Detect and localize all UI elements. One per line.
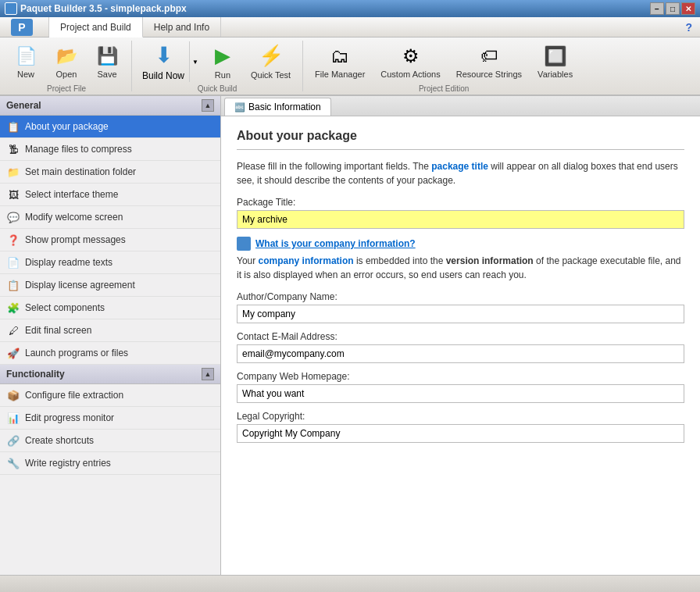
toolbar-btn-file-manager[interactable]: 🗂 File Manager [308,41,372,83]
content-tab-basic-info[interactable]: 🔤 Basic Information [224,98,331,116]
package-title-input[interactable] [237,210,684,229]
sidebar-item-select-theme[interactable]: 🖼 Select interface theme [0,184,220,206]
sidebar-item-about-package-label: About your package [25,121,109,132]
sidebar-item-edit-progress[interactable]: 📊 Edit progress monitor [0,407,220,430]
sidebar-section-general-label: General [6,100,41,111]
menu-tab-project-build-label: Project and Build [60,22,131,33]
toolbar-btn-new[interactable]: 📄 New [6,41,45,83]
about-description: Please fill in the following important f… [237,159,684,187]
sidebar-section-general-collapse[interactable]: ▲ [202,99,214,112]
window-controls: − □ ✕ [650,2,695,15]
maximize-button[interactable]: □ [666,2,680,15]
sidebar-item-create-shortcuts[interactable]: 🔗 Create shortcuts [0,430,220,452]
company-desc-part1: Your [237,255,259,266]
sidebar: General ▲ 📋 About your package 🗜 Manage … [0,96,221,575]
toolbar-group-project-edition: 🗂 File Manager ⚙ Custom Actions 🏷 Resour… [303,41,584,91]
run-icon: ▶ [210,44,235,68]
content-tab-bar: 🔤 Basic Information [221,96,700,116]
variables-icon: 🔲 [543,45,568,67]
toolbar-btn-run[interactable]: ▶ Run [203,41,242,83]
author-label: Author/Company Name: [237,291,684,302]
sidebar-item-manage-files[interactable]: 🗜 Manage files to compress [0,138,220,161]
sidebar-section-general: General ▲ [0,96,220,116]
menu-tab-project-build[interactable]: Project and Build [49,17,143,37]
company-desc-part2: is embedded into the [354,255,446,266]
sidebar-item-configure-extraction[interactable]: 📦 Configure file extraction [0,384,220,407]
toolbar-btn-build-now-split[interactable]: ⬇ Build Now ▼ [137,41,202,83]
file-manager-icon: 🗂 [327,45,352,67]
sidebar-section-functionality-collapse[interactable]: ▲ [202,368,214,380]
manage-files-icon: 🗜 [6,142,20,156]
close-button[interactable]: ✕ [681,2,695,15]
select-theme-icon: 🖼 [6,187,20,201]
toolbar: 📄 New 📂 Open 💾 Save Project File ⬇ Build… [0,37,700,96]
toolbar-group-quick-build-buttons: ⬇ Build Now ▼ ▶ Run ⚡ Quick Test [137,41,298,83]
app-logo: P [11,19,33,36]
menu-tab-help-info[interactable]: Help and Info [143,17,221,37]
toolbar-btn-new-label: New [17,70,34,79]
company-section-title: What is your company information? [255,238,416,249]
sidebar-item-show-prompt[interactable]: ❓ Show prompt messages [0,229,220,251]
toolbar-group-project-edition-label: Project Edition [308,83,580,95]
help-button[interactable]: ? [677,17,700,37]
sidebar-item-set-destination-label: Set main destination folder [25,166,136,177]
toolbar-group-project-file: 📄 New 📂 Open 💾 Save Project File [2,41,132,91]
sidebar-item-launch-programs-label: Launch programs or files [25,348,128,358]
sidebar-item-launch-programs[interactable]: 🚀 Launch programs or files [0,342,220,365]
sidebar-item-select-components-label: Select components [25,302,105,313]
sidebar-item-about-package[interactable]: 📋 About your package [0,116,220,138]
toolbar-btn-run-label: Run [215,70,230,80]
about-desc-part1: Please fill in the following important f… [237,161,431,172]
sidebar-item-display-readme[interactable]: 📄 Display readme texts [0,251,220,274]
toolbar-group-quick-build-label: Quick Build [137,83,298,95]
edit-final-icon: 🖊 [6,323,20,337]
toolbar-btn-resource-strings-label: Resource Strings [456,70,522,79]
toolbar-btn-save[interactable]: 💾 Save [88,41,127,83]
homepage-input[interactable] [237,384,684,403]
toolbar-btn-quick-test-label: Quick Test [251,70,291,80]
company-description: Your company information is embedded int… [237,254,684,282]
sidebar-item-edit-final[interactable]: 🖊 Edit final screen [0,319,220,342]
toolbar-group-project-file-buttons: 📄 New 📂 Open 💾 Save [6,41,127,83]
quick-test-icon: ⚡ [259,44,284,68]
toolbar-btn-quick-test[interactable]: ⚡ Quick Test [244,41,298,83]
menu-bar: P Project and Build Help and Info ? [0,17,700,37]
sidebar-section-functionality-label: Functionality [6,369,65,380]
sidebar-item-display-license-label: Display license agreement [25,280,135,291]
toolbar-btn-resource-strings[interactable]: 🏷 Resource Strings [449,41,529,83]
main-area: General ▲ 📋 About your package 🗜 Manage … [0,96,700,575]
sidebar-item-select-components[interactable]: 🧩 Select components [0,297,220,319]
sidebar-item-manage-files-label: Manage files to compress [25,144,132,155]
sidebar-item-write-registry[interactable]: 🔧 Write registry entries [0,452,220,475]
sidebar-section-functionality: Functionality ▲ [0,365,220,384]
content-inner: About your package Please fill in the fo… [221,116,700,575]
configure-extraction-icon: 📦 [6,388,20,402]
resource-strings-icon: 🏷 [477,45,502,67]
author-input[interactable] [237,305,684,323]
toolbar-btn-file-manager-label: File Manager [315,70,365,79]
company-section-header[interactable]: What is your company information? [237,237,684,251]
launch-programs-icon: 🚀 [6,346,20,360]
display-readme-icon: 📄 [6,255,20,269]
toolbar-group-project-edition-buttons: 🗂 File Manager ⚙ Custom Actions 🏷 Resour… [308,41,580,83]
build-now-dropdown-arrow[interactable]: ▼ [189,41,201,82]
status-bar [0,575,700,592]
show-prompt-icon: ❓ [6,233,20,247]
set-destination-icon: 📁 [6,165,20,179]
sidebar-item-set-destination[interactable]: 📁 Set main destination folder [0,161,220,184]
copyright-input[interactable] [237,424,684,443]
sidebar-item-modify-welcome[interactable]: 💬 Modify welcome screen [0,206,220,229]
toolbar-btn-open[interactable]: 📂 Open [47,41,86,83]
toolbar-btn-custom-actions[interactable]: ⚙ Custom Actions [373,41,447,83]
modify-welcome-icon: 💬 [6,210,20,224]
email-label: Contact E-Mail Address: [237,331,684,342]
toolbar-btn-open-label: Open [56,70,77,79]
email-input[interactable] [237,344,684,363]
minimize-button[interactable]: − [650,2,664,15]
sidebar-item-display-readme-label: Display readme texts [25,257,112,268]
toolbar-btn-variables[interactable]: 🔲 Variables [530,41,580,83]
sidebar-item-display-license[interactable]: 📋 Display license agreement [0,274,220,297]
copyright-label: Legal Copyright: [237,411,684,422]
sidebar-item-edit-progress-label: Edit progress monitor [25,412,114,423]
app-icon [5,2,17,15]
